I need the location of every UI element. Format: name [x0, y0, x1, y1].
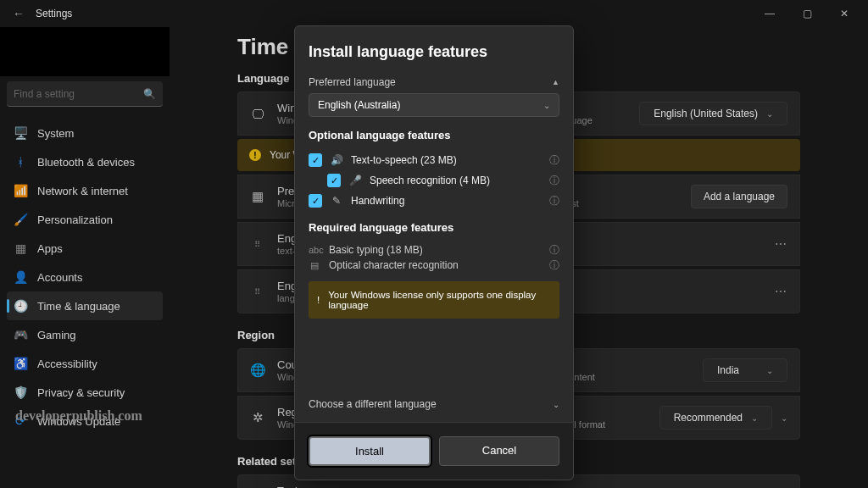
preferred-language-label: Preferred language ▲: [309, 76, 559, 88]
close-button[interactable]: ✕: [826, 0, 863, 27]
info-icon[interactable]: ⓘ: [549, 194, 559, 208]
brush-icon: 🖌️: [14, 213, 27, 226]
cancel-button[interactable]: Cancel: [439, 436, 559, 466]
apps-icon: ▦: [14, 241, 27, 255]
globe-icon: 🌐: [250, 363, 265, 378]
ocr-icon: ▤: [309, 260, 320, 271]
modal-license-banner: ! Your Windows license only supports one…: [309, 281, 559, 319]
monitor-icon: 🖵: [250, 107, 265, 121]
nav-privacy[interactable]: 🛡️Privacy & security: [7, 378, 163, 407]
sort-icon[interactable]: ▲: [552, 78, 559, 86]
grip-icon[interactable]: ⠿: [250, 287, 265, 297]
titlebar: ← Settings — ▢ ✕: [0, 0, 868, 27]
grip-icon[interactable]: ⠿: [250, 240, 265, 249]
required-basic-typing: abc Basic typing (18 MB) ⓘ: [309, 242, 559, 258]
search-box[interactable]: 🔍: [7, 81, 163, 107]
warning-icon: !: [249, 149, 261, 161]
nav-personalization[interactable]: 🖌️Personalization: [7, 205, 163, 234]
modal-footer: Install Cancel: [295, 422, 573, 480]
required-ocr: ▤ Optical character recognition ⓘ: [309, 258, 559, 273]
warning-icon: !: [317, 295, 320, 305]
install-language-modal: Install language features Preferred lang…: [294, 25, 574, 480]
update-icon: ⟳: [14, 414, 27, 428]
choose-different-language[interactable]: Choose a different language ⌄: [309, 395, 559, 413]
more-button[interactable]: ⋯: [775, 237, 787, 251]
nav-accounts[interactable]: 👤Accounts: [7, 263, 163, 291]
display-language-dropdown[interactable]: English (United States) ⌄: [639, 102, 787, 125]
info-icon[interactable]: ⓘ: [549, 153, 559, 168]
option-handwriting[interactable]: ✓ ✎ Handwriting ⓘ: [309, 191, 559, 211]
checkbox-checked-icon[interactable]: ✓: [327, 174, 341, 187]
info-icon[interactable]: ⓘ: [549, 243, 559, 258]
chevron-down-icon: ⌄: [553, 400, 559, 409]
nav-list: 🖥️System ᚼBluetooth & devices 📶Network &…: [7, 119, 163, 435]
nav-system[interactable]: 🖥️System: [7, 119, 163, 147]
nav-apps[interactable]: ▦Apps: [7, 234, 163, 263]
more-button[interactable]: ⋯: [775, 285, 787, 298]
optional-features-header: Optional language features: [309, 129, 559, 141]
nav-network[interactable]: 📶Network & internet: [7, 176, 163, 205]
preferred-language-select[interactable]: English (Australia) ⌄: [309, 93, 559, 117]
modal-title: Install language features: [309, 43, 559, 61]
sidebar: 🔍 🖥️System ᚼBluetooth & devices 📶Network…: [0, 27, 170, 488]
nav-time-language[interactable]: 🕘Time & language: [7, 291, 163, 320]
abc-icon: abc: [309, 245, 320, 255]
format-dropdown[interactable]: Recommended ⌄: [659, 406, 772, 430]
nav-update[interactable]: ⟳Windows Update: [7, 407, 163, 435]
speaker-icon: 🔊: [331, 154, 342, 166]
search-icon: 🔍: [143, 88, 156, 100]
info-icon[interactable]: ⓘ: [549, 174, 559, 188]
gaming-icon: 🎮: [14, 328, 27, 341]
app-title: Settings: [36, 8, 72, 19]
back-button[interactable]: ←: [5, 7, 32, 20]
checkbox-checked-icon[interactable]: ✓: [309, 194, 322, 208]
shield-icon: 🛡️: [14, 385, 27, 399]
checkbox-checked-icon[interactable]: ✓: [309, 153, 322, 167]
accessibility-icon: ♿: [14, 357, 27, 370]
add-language-button[interactable]: Add a language: [691, 185, 787, 208]
option-speech[interactable]: ✓ 🎤 Speech recognition (4 MB) ⓘ: [309, 170, 559, 191]
nav-accessibility[interactable]: ♿Accessibility: [7, 349, 163, 378]
required-features-header: Required language features: [309, 221, 559, 234]
info-icon[interactable]: ⓘ: [549, 258, 559, 273]
nav-bluetooth[interactable]: ᚼBluetooth & devices: [7, 147, 163, 176]
account-block[interactable]: [0, 27, 170, 76]
microphone-icon: 🎤: [349, 175, 361, 186]
pen-icon: ✎: [331, 195, 342, 207]
globe-icon: ▦: [250, 189, 265, 204]
wifi-icon: 📶: [14, 184, 27, 197]
search-input[interactable]: [14, 88, 143, 100]
clock-icon: 🕘: [14, 299, 27, 313]
chevron-down-icon: ⌄: [766, 366, 773, 375]
minimize-button[interactable]: —: [751, 0, 788, 27]
nav-gaming[interactable]: 🎮Gaming: [7, 320, 163, 349]
chevron-down-icon: ⌄: [766, 109, 773, 119]
bluetooth-icon: ᚼ: [14, 155, 27, 169]
install-button[interactable]: Install: [309, 436, 431, 466]
person-icon: 👤: [14, 270, 27, 284]
chevron-down-icon[interactable]: ⌄: [781, 413, 787, 423]
maximize-button[interactable]: ▢: [788, 0, 826, 27]
country-dropdown[interactable]: India ⌄: [703, 358, 787, 382]
option-tts[interactable]: ✓ 🔊 Text-to-speech (23 MB) ⓘ: [309, 150, 559, 170]
system-icon: 🖥️: [14, 126, 27, 140]
chevron-down-icon: ⌄: [543, 101, 550, 110]
region-icon: ✲: [250, 410, 265, 425]
chevron-down-icon: ⌄: [751, 413, 758, 423]
